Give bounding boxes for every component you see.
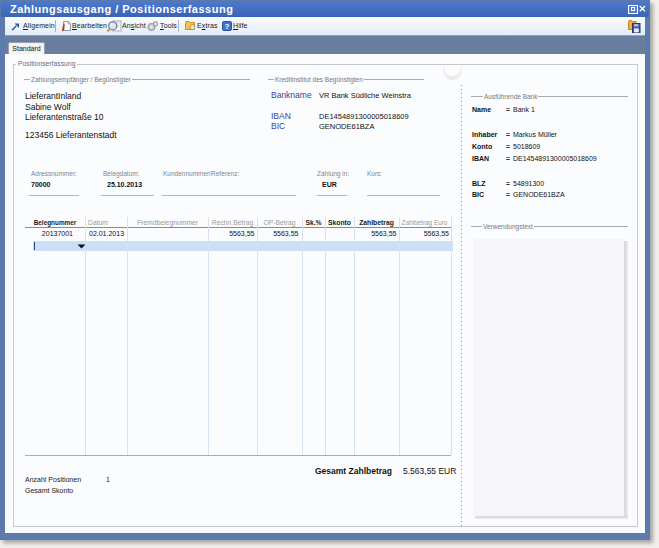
svg-text:?: ? [225, 22, 230, 31]
